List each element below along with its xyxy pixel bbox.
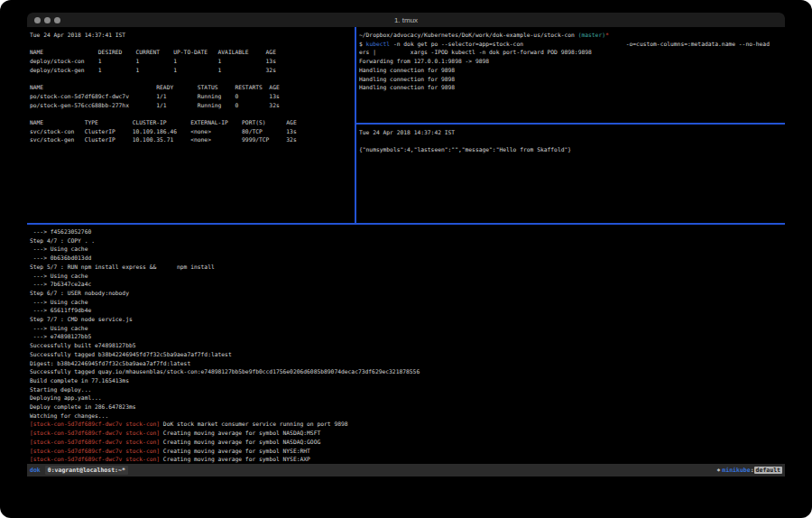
- terminal-line: ers | xargs -IPOD kubectl -n dok port-fo…: [359, 48, 785, 57]
- terminal-line: Step 6/7 : USER nobody:nobody: [30, 289, 785, 298]
- pane-port-forward[interactable]: ~/Dropbox/advocacy/Kubernetes/DoK/work/d…: [356, 27, 785, 123]
- terminal-line: Successfully tagged quay.io/mhausenblas/…: [30, 367, 785, 376]
- pane-app-response[interactable]: Tue 24 Apr 2018 14:37:42 IST {"numsymbol…: [356, 125, 785, 223]
- terminal-line: ---> 7b6347ce2a4c: [30, 280, 785, 289]
- kube-namespace-badge: default: [754, 467, 782, 474]
- terminal-line: NAME TYPE CLUSTER-IP EXTERNAL-IP PORT(S)…: [30, 118, 355, 127]
- terminal-line: svc/stock-gen ClusterIP 10.100.35.71 <no…: [30, 135, 355, 144]
- terminal-line: Step 4/7 : COPY . .: [30, 236, 785, 245]
- terminal-line: NAME DESIRED CURRENT UP-TO-DATE AVAILABL…: [30, 48, 355, 57]
- tmux-session-name: dok: [30, 467, 41, 474]
- terminal-line: Tue 24 Apr 2018 14:37:41 IST: [30, 31, 355, 40]
- terminal-window: 1. tmux Tue 24 Apr 2018 14:37:41 IST NAM…: [27, 13, 785, 476]
- terminal-line: ---> f45623052760: [30, 227, 785, 236]
- terminal-line: Forwarding from 127.0.0.1:9898 -> 9898: [359, 57, 785, 66]
- terminal-line: [359, 137, 785, 146]
- terminal-line: Handling connection for 9898: [359, 83, 785, 92]
- terminal-line: Handling connection for 9898: [359, 75, 785, 84]
- terminal-line: Step 5/7 : RUN npm install express && np…: [30, 263, 785, 272]
- tmux-content: Tue 24 Apr 2018 14:37:41 IST NAME DESIRE…: [27, 27, 785, 476]
- terminal-line: deploy/stock-gen 1 1 1 1 32s: [30, 66, 355, 75]
- tmux-window-label[interactable]: 0:vagrant@localhost:~*: [45, 466, 128, 475]
- window-titlebar[interactable]: 1. tmux: [27, 13, 785, 27]
- terminal-line: Deploying app.yaml...: [30, 393, 785, 402]
- kube-context-indicator: ⎈ minikube : default: [716, 467, 782, 474]
- window-title: 1. tmux: [27, 16, 785, 24]
- terminal-line: Watching for changes...: [30, 412, 785, 421]
- terminal-line: [30, 109, 355, 118]
- pane-skaffold-log[interactable]: ---> f45623052760Step 4/7 : COPY . . ---…: [27, 225, 785, 464]
- terminal-line: ~/Dropbox/advocacy/Kubernetes/DoK/work/d…: [359, 31, 785, 40]
- terminal-line: ---> Using cache: [30, 245, 785, 254]
- terminal-line: [30, 40, 355, 49]
- slide-background: 1. tmux Tue 24 Apr 2018 14:37:41 IST NAM…: [0, 0, 812, 518]
- terminal-line: [stock-con-5d7df689cf-dwc7v stock-con] C…: [30, 455, 785, 464]
- terminal-line: ---> 65611ff9db4e: [30, 306, 785, 315]
- terminal-line: Starting deploy...: [30, 385, 785, 394]
- terminal-line: {"numsymbols":4,"lastseen":"","message":…: [359, 145, 785, 154]
- terminal-line: Digest: b38b42246945fd7f32c5ba9aea7af7fd…: [30, 359, 785, 368]
- terminal-line: [stock-con-5d7df689cf-dwc7v stock-con] C…: [30, 447, 785, 456]
- tmux-status-bar: dok 0:vagrant@localhost:~* ⎈ minikube : …: [27, 464, 785, 476]
- terminal-line: [stock-con-5d7df689cf-dwc7v stock-con] C…: [30, 429, 785, 438]
- top-pane-region: Tue 24 Apr 2018 14:37:41 IST NAME DESIRE…: [27, 27, 785, 223]
- terminal-line: ---> 0b636bd013dd: [30, 254, 785, 263]
- terminal-line: Handling connection for 9898: [359, 66, 785, 75]
- terminal-line: ---> Using cache: [30, 272, 785, 281]
- terminal-line: ---> e74898127bb5: [30, 332, 785, 341]
- terminal-line: ---> Using cache: [30, 298, 785, 307]
- terminal-line: $ kubectl -n dok get po --selector=app=s…: [359, 40, 785, 49]
- right-pane-column: ~/Dropbox/advocacy/Kubernetes/DoK/work/d…: [356, 27, 785, 223]
- terminal-line: Build complete in 77.165413ms: [30, 376, 785, 385]
- terminal-line: NAME READY STATUS RESTARTS AGE: [30, 83, 355, 92]
- terminal-line: Successfully tagged b38b42246945fd7f32c5…: [30, 350, 785, 359]
- terminal-line: Successfully built e74898127bb5: [30, 341, 785, 350]
- terminal-line: ---> Using cache: [30, 324, 785, 333]
- terminal-line: po/stock-con-5d7df689cf-dwc7v 1/1 Runnin…: [30, 92, 355, 101]
- terminal-line: [30, 75, 355, 84]
- terminal-line: svc/stock-con ClusterIP 10.109.186.46 <n…: [30, 127, 355, 136]
- terminal-line: Step 7/7 : CMD node service.js: [30, 315, 785, 324]
- terminal-line: [stock-con-5d7df689cf-dwc7v stock-con] D…: [30, 420, 785, 429]
- terminal-line: Tue 24 Apr 2018 14:37:42 IST: [359, 128, 785, 137]
- terminal-line: deploy/stock-con 1 1 1 1 13s: [30, 57, 355, 66]
- kubernetes-helm-icon: ⎈: [716, 467, 720, 474]
- terminal-line: [stock-con-5d7df689cf-dwc7v stock-con] C…: [30, 438, 785, 447]
- terminal-line: po/stock-gen-576cc688bb-277hx 1/1 Runnin…: [30, 101, 355, 110]
- terminal-line: Deploy complete in 286.647823ms: [30, 402, 785, 412]
- kube-context-name: minikube: [722, 467, 750, 474]
- pane-kubectl-watch[interactable]: Tue 24 Apr 2018 14:37:41 IST NAME DESIRE…: [27, 27, 355, 223]
